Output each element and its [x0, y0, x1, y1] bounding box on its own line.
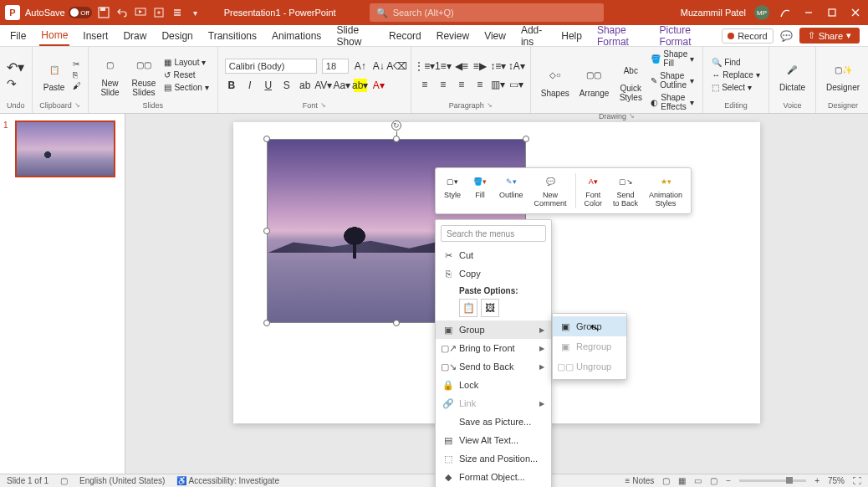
slide-thumbnail-1[interactable]: 1: [7, 120, 118, 177]
numbering-icon[interactable]: 1≡▾: [437, 59, 450, 73]
align-right-icon[interactable]: ≡: [455, 78, 468, 91]
resize-handle-bl[interactable]: [263, 320, 270, 326]
reuse-slides-button[interactable]: ▢▢Reuse Slides: [129, 52, 160, 99]
tab-insert[interactable]: Insert: [81, 27, 110, 45]
tab-animations[interactable]: Animations: [270, 27, 323, 45]
align-left-icon[interactable]: ≡: [418, 78, 431, 91]
fit-window-icon[interactable]: ⛶: [853, 476, 861, 485]
shape-effects-button[interactable]: ◐Shape Effects▾: [649, 92, 696, 112]
resize-handle-tl[interactable]: [263, 136, 270, 142]
autosave-toggle[interactable]: AutoSave Off: [25, 7, 92, 18]
text-direction-icon[interactable]: ↕A▾: [510, 59, 523, 73]
replace-button[interactable]: ↔Replace▾: [710, 69, 762, 80]
decrease-font-icon[interactable]: A↓: [372, 59, 385, 73]
mini-fill-button[interactable]: 🪣▾Fill: [467, 172, 493, 210]
mini-font-color-button[interactable]: A▾Font Color: [580, 172, 608, 210]
menu-format-object[interactable]: ◆Format Object...: [436, 468, 551, 486]
view-slideshow-icon[interactable]: ▢: [710, 476, 717, 485]
reset-button[interactable]: ↺Reset: [162, 69, 210, 80]
menu-save-as-picture[interactable]: Save as Picture...: [436, 413, 551, 431]
format-painter-icon[interactable]: 🖌: [73, 81, 81, 90]
shape-fill-button[interactable]: 🪣Shape Fill▾: [649, 49, 696, 69]
bold-button[interactable]: B: [225, 79, 238, 92]
resize-handle-l[interactable]: [263, 228, 270, 234]
shapes-button[interactable]: ◇○Shapes: [538, 62, 573, 100]
highlight-button[interactable]: ab▾: [354, 79, 367, 92]
launcher-icon[interactable]: ↘: [74, 101, 80, 110]
slide-indicator[interactable]: Slide 1 of 1: [7, 476, 49, 485]
maximize-icon[interactable]: [825, 5, 840, 20]
mini-animation-button[interactable]: ★▾Animation Styles: [644, 172, 687, 210]
menu-size-position[interactable]: ⬚Size and Position...: [436, 449, 551, 468]
comments-icon[interactable]: 💬: [780, 30, 793, 42]
close-icon[interactable]: [848, 5, 863, 20]
new-slide-button[interactable]: ▢New Slide: [95, 52, 125, 99]
indent-left-icon[interactable]: ◀≡: [455, 59, 468, 73]
zoom-level[interactable]: 75%: [828, 476, 845, 485]
tab-transitions[interactable]: Transitions: [207, 27, 258, 45]
view-normal-icon[interactable]: ▢: [662, 476, 670, 485]
justify-icon[interactable]: ≡: [473, 78, 487, 91]
present-icon[interactable]: [134, 6, 147, 19]
font-name-select[interactable]: Calibri (Body): [225, 59, 317, 74]
shape-outline-button[interactable]: ✎Shape Outline▾: [649, 70, 696, 90]
tab-record[interactable]: Record: [387, 27, 423, 45]
underline-button[interactable]: U: [262, 79, 275, 92]
tab-file[interactable]: File: [8, 27, 28, 45]
spacing-button[interactable]: AV▾: [317, 79, 330, 92]
indent-right-icon[interactable]: ≡▶: [473, 59, 487, 73]
quick-styles-button[interactable]: AbcQuick Styles: [615, 57, 646, 104]
menu-send-to-back[interactable]: ▢↘Send to Back▶: [436, 357, 551, 376]
tab-home[interactable]: Home: [39, 26, 69, 46]
user-avatar[interactable]: MP: [754, 5, 769, 20]
italic-button[interactable]: I: [243, 79, 257, 92]
line-spacing-icon[interactable]: ↕≡▾: [492, 59, 505, 73]
resize-handle-t[interactable]: [393, 136, 400, 142]
tab-view[interactable]: View: [483, 27, 508, 45]
view-sorter-icon[interactable]: ▦: [678, 476, 686, 485]
search-input[interactable]: 🔍 Search (Alt+Q): [370, 3, 604, 22]
notes-button[interactable]: ≡ Notes: [625, 476, 655, 485]
paste-button[interactable]: 📋Paste: [39, 56, 69, 94]
align-center-icon[interactable]: ≡: [437, 78, 450, 91]
increase-font-icon[interactable]: A↑: [354, 59, 367, 73]
record-button[interactable]: Record: [722, 28, 773, 44]
mini-comment-button[interactable]: 💬New Comment: [529, 172, 572, 210]
undo-icon[interactable]: [115, 6, 129, 19]
strikethrough-button[interactable]: S: [280, 79, 294, 92]
qat-dropdown-icon[interactable]: ▾: [189, 6, 202, 19]
mini-send-back-button[interactable]: ▢↘Send to Back: [608, 172, 643, 210]
list-icon[interactable]: [171, 6, 184, 19]
menu-search-input[interactable]: Search the menus: [441, 225, 546, 242]
zoom-in-button[interactable]: +: [814, 476, 819, 485]
tab-help[interactable]: Help: [559, 27, 584, 45]
launcher-icon[interactable]: ↘: [487, 101, 493, 110]
view-reading-icon[interactable]: ▭: [694, 476, 702, 485]
menu-copy[interactable]: ⎘Copy: [436, 264, 551, 283]
accessibility-indicator[interactable]: ♿ Accessibility: Investigate: [176, 476, 279, 485]
bullets-icon[interactable]: ⋮≡▾: [418, 59, 431, 73]
slide-thumbnails-panel[interactable]: 1: [0, 114, 125, 474]
toggle-switch[interactable]: Off: [69, 7, 92, 18]
designer-button[interactable]: ▢✨Designer: [823, 56, 863, 94]
undo-icon[interactable]: ↶▾: [7, 59, 24, 75]
minimize-icon[interactable]: [801, 5, 816, 20]
language-indicator[interactable]: English (United States): [79, 476, 165, 485]
submenu-group[interactable]: ▣Group: [553, 316, 626, 336]
resize-handle-tr[interactable]: [523, 136, 529, 142]
launcher-icon[interactable]: ↘: [320, 101, 326, 110]
align-text-icon[interactable]: ▭▾: [510, 78, 523, 91]
tab-draw[interactable]: Draw: [121, 27, 148, 45]
ribbon-mode-icon[interactable]: [778, 5, 793, 20]
dictate-button[interactable]: 🎤Dictate: [776, 56, 809, 94]
share-button[interactable]: ⇧Share▾: [799, 28, 860, 44]
spell-check-icon[interactable]: ▢: [60, 476, 68, 485]
export-icon[interactable]: [152, 6, 166, 19]
mini-outline-button[interactable]: ✎▾Outline: [494, 172, 528, 210]
tab-review[interactable]: Review: [435, 27, 471, 45]
case-button[interactable]: Aa▾: [335, 79, 349, 92]
font-color-button[interactable]: A▾: [372, 79, 385, 92]
menu-cut[interactable]: ✂Cut: [436, 246, 551, 264]
section-button[interactable]: ▤Section▾: [162, 82, 210, 93]
zoom-out-button[interactable]: −: [726, 476, 731, 485]
